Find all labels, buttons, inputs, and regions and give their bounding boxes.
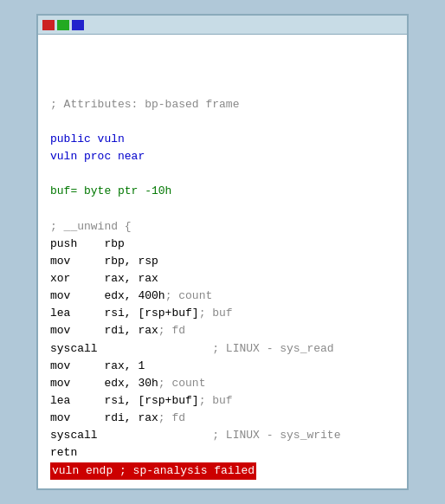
- red-icon: [42, 20, 55, 30]
- code-line: ; Attributes: bp-based frame: [50, 96, 395, 113]
- code-line: vuln proc near: [50, 148, 395, 165]
- inline-comment: ; LINUX - sys_read: [212, 342, 333, 355]
- code-line: buf= byte ptr -10h: [50, 183, 395, 200]
- code-part: push rbp: [50, 237, 125, 250]
- code-line: mov rbp, rsp: [50, 253, 395, 270]
- code-part: mov rax, 1: [50, 359, 145, 372]
- instruction: lea rsi, [rsp+buf]: [50, 394, 199, 407]
- comment-text: ; Attributes: bp-based frame: [50, 98, 239, 111]
- code-line: lea rsi, [rsp+buf]; buf: [50, 392, 395, 410]
- code-line: push rbp: [50, 236, 395, 253]
- inline-comment: ; fd: [158, 324, 185, 337]
- instruction: mov edx, 30h: [50, 377, 158, 390]
- keyword-blue: public vuln: [50, 132, 125, 145]
- code-line: xor rax, rax: [50, 270, 395, 288]
- code-line: mov edx, 400h; count: [50, 288, 395, 305]
- green-icon: [57, 20, 69, 30]
- code-line: [50, 201, 395, 218]
- code-line: [50, 113, 395, 131]
- comment-text: ; __unwind {: [50, 220, 132, 233]
- inline-comment: ; count: [165, 289, 213, 302]
- error-highlight: vuln endp ; sp-analysis failed: [50, 462, 256, 480]
- keyword-blue: vuln proc near: [50, 150, 145, 163]
- code-part: mov rbp, rsp: [50, 255, 158, 268]
- code-line: mov rax, 1: [50, 358, 395, 375]
- instruction: lea rsi, [rsp+buf]: [50, 307, 199, 320]
- code-line: vuln endp ; sp-analysis failed: [50, 462, 395, 480]
- titlebar: [38, 16, 407, 35]
- main-window: ; Attributes: bp-based frame public vuln…: [36, 14, 409, 490]
- inline-comment: ; buf: [199, 394, 233, 407]
- instruction: mov rdi, rax: [50, 324, 158, 337]
- inline-comment: ; LINUX - sys_write: [212, 429, 340, 442]
- inline-comment: ; count: [158, 377, 206, 390]
- code-line: lea rsi, [rsp+buf]; buf: [50, 305, 395, 322]
- code-line: mov edx, 30h; count: [50, 375, 395, 392]
- code-part: xor rax, rax: [50, 272, 158, 285]
- instruction: syscall: [50, 429, 212, 442]
- inline-comment: ; fd: [158, 411, 185, 424]
- inline-comment: ; buf: [199, 307, 233, 320]
- instruction: mov rdi, rax: [50, 411, 158, 424]
- code-editor: ; Attributes: bp-based frame public vuln…: [38, 35, 407, 488]
- code-line: mov rdi, rax; fd: [50, 322, 395, 339]
- code-line: syscall ; LINUX - sys_write: [50, 427, 395, 444]
- keyword-green: buf= byte ptr -10h: [50, 184, 171, 197]
- instruction: mov edx, 400h: [50, 289, 165, 302]
- instruction: syscall: [50, 342, 212, 355]
- code-line: syscall ; LINUX - sys_read: [50, 340, 395, 358]
- code-line: [50, 165, 395, 183]
- code-line: retn: [50, 444, 395, 462]
- code-line: [50, 79, 395, 96]
- blue-icon: [72, 20, 84, 30]
- code-line: public vuln: [50, 131, 395, 148]
- code-line: mov rdi, rax; fd: [50, 410, 395, 427]
- code-line: ; __unwind {: [50, 218, 395, 236]
